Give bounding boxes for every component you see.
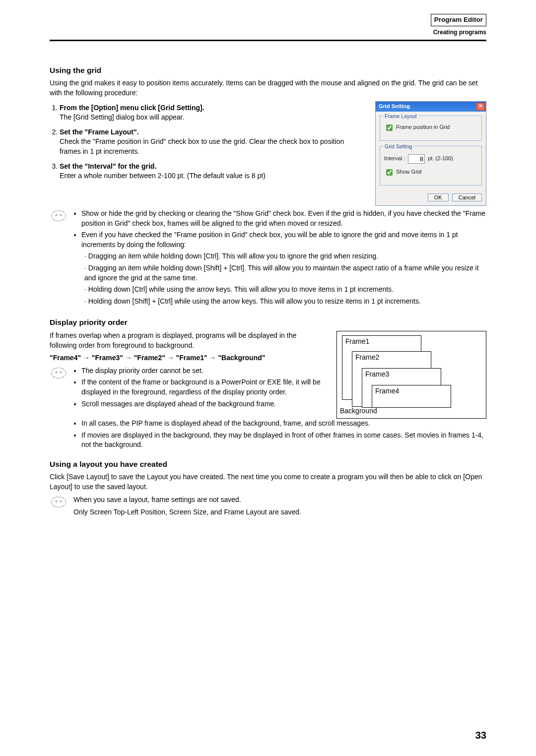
grid-subnote-1: Dragging an item while holding down [Ctr…	[84, 252, 486, 261]
step2-title: Set the "Frame Layout".	[60, 128, 139, 136]
grid-subnote-3: Holding down [Ctrl] while using the arro…	[84, 285, 486, 295]
frame-position-label: Frame position in Grid	[396, 124, 450, 131]
dialog-title: Grid Setting	[379, 103, 410, 110]
priority-note-3: Scroll messages are displayed ahead of t…	[81, 399, 324, 409]
priority-note-2: If the content of the frame or backgroun…	[81, 378, 324, 397]
grid-note-2: Even if you have checked the "Frame posi…	[81, 231, 458, 249]
interval-input[interactable]	[408, 154, 425, 164]
layout-note-2: Only Screen Top-Left Position, Screen Si…	[73, 507, 486, 517]
svg-point-2	[60, 214, 62, 216]
grid-setting-legend: Grid Setting	[383, 143, 413, 150]
interval-unit: pt. (2-100)	[428, 155, 453, 162]
tip-icon	[50, 366, 67, 380]
svg-point-0	[51, 210, 66, 221]
svg-point-1	[55, 214, 58, 216]
header-subtitle: Creating programs	[50, 28, 486, 37]
grid-note-1: Show or hide the grid by checking or cle…	[81, 209, 486, 228]
svg-point-3	[51, 368, 66, 378]
frame-layout-legend: Frame Layout	[383, 113, 418, 120]
interval-label: Interval :	[384, 155, 405, 162]
page-number: 33	[475, 728, 486, 742]
step1-title: From the [Option] menu click [Grid Setti…	[60, 104, 204, 112]
priority-diagram: Frame1 Frame2 Frame3 Frame4 Background	[336, 331, 486, 419]
section-display-priority-heading: Display priority order	[50, 317, 486, 328]
step3-title: Set the "Interval" for the grid.	[60, 162, 156, 170]
svg-point-5	[60, 371, 62, 374]
background-label: Background	[340, 406, 377, 416]
ok-button[interactable]: OK	[428, 193, 449, 201]
svg-point-7	[55, 500, 58, 503]
section-using-grid-heading: Using the grid	[50, 65, 486, 76]
step1-body: The [Grid Setting] dialog box will appea…	[60, 113, 184, 121]
layout-note-1: When you save a layout, frame settings a…	[73, 495, 486, 505]
header-title: Program Editor	[431, 14, 486, 26]
grid-steps: From the [Option] menu click [Grid Setti…	[50, 103, 362, 181]
svg-point-6	[51, 497, 66, 507]
display-priority-order: "Frame4" → "Frame3" → "Frame2" → "Frame1…	[50, 353, 324, 363]
frame4-box: Frame4	[372, 385, 451, 408]
grid-subnote-2: Dragging an item while holding down [Shi…	[84, 263, 486, 283]
step2-body: Check the "Frame position in Grid" check…	[60, 137, 344, 155]
show-grid-checkbox[interactable]	[386, 169, 393, 176]
svg-point-8	[60, 500, 62, 503]
step3-body: Enter a whole number between 2-100 pt. (…	[60, 172, 266, 180]
using-layout-body: Click [Save Layout] to save the Layout y…	[50, 472, 486, 492]
frame-position-checkbox[interactable]	[386, 125, 393, 131]
tip-icon	[50, 495, 67, 509]
cancel-button[interactable]: Cancel	[452, 193, 482, 201]
close-icon[interactable]: ✕	[476, 103, 485, 111]
grid-setting-dialog: Grid Setting ✕ Frame Layout Frame positi…	[375, 101, 486, 206]
priority-note-1: The display priority order cannot be set…	[81, 366, 324, 376]
show-grid-label: Show Grid	[396, 168, 421, 176]
section-using-layout-heading: Using a layout you have created	[50, 459, 486, 470]
display-priority-intro: If frames overlap when a program is disp…	[50, 331, 324, 350]
priority-note-4: In all cases, the PIP frame is displayed…	[81, 419, 486, 429]
grid-subnote-4: Holding down [Shift] + [Ctrl] while usin…	[84, 297, 486, 307]
svg-point-4	[55, 371, 58, 374]
priority-note-5: If movies are displayed in the backgroun…	[81, 431, 486, 450]
tip-icon	[50, 209, 67, 223]
section-using-grid-intro: Using the grid makes it easy to position…	[50, 78, 486, 98]
header-rule	[50, 40, 486, 41]
